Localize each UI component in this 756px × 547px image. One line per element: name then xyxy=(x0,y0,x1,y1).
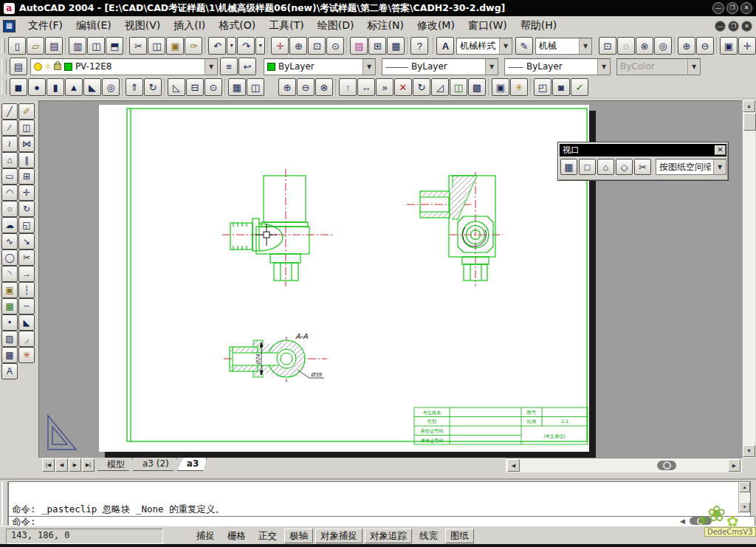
menu-item-tools[interactable]: 工具(T) xyxy=(262,18,310,34)
layer-combo[interactable]: ☼ PV-12E8 ▼ xyxy=(30,58,218,75)
coordinate-readout[interactable]: 143, 186, 0 xyxy=(6,529,163,544)
break-at-point-button[interactable]: ┆ xyxy=(18,282,35,298)
horizontal-scrollbar[interactable]: ◀ ▶ xyxy=(506,458,742,473)
ellipse-arc-button[interactable]: ◝ xyxy=(1,266,18,282)
trim-button[interactable]: ✂ xyxy=(18,250,35,266)
revcloud-button[interactable]: ☁ xyxy=(1,217,18,233)
color-faces-button[interactable]: ▩ xyxy=(468,78,486,96)
chevron-down-icon[interactable]: ▼ xyxy=(362,59,375,75)
setup-view-button[interactable]: ◫ xyxy=(247,78,264,96)
zoom-window-button[interactable]: ⊡ xyxy=(599,37,616,55)
doc-restore-button[interactable]: ❐ xyxy=(728,21,739,32)
plot-button[interactable]: ▥ xyxy=(69,37,86,55)
scroll-down-icon[interactable]: ▼ xyxy=(743,445,755,457)
tab-nav-first-button[interactable]: |◀ xyxy=(42,458,55,472)
toolbar-grip[interactable] xyxy=(1,38,5,53)
window-restore-button[interactable]: ❐ xyxy=(726,2,738,14)
pan-realtime-button[interactable]: ✛ xyxy=(271,37,289,55)
status-toggle-snap[interactable]: 捕捉 xyxy=(191,529,220,543)
extrude-button[interactable]: ⇑ xyxy=(126,78,143,96)
chevron-down-icon[interactable]: ▼ xyxy=(205,59,217,75)
layer-previous-button[interactable]: ↩ xyxy=(238,58,256,75)
command-scrollbar[interactable]: ▲ ▼ xyxy=(738,482,750,513)
scroll-up-icon[interactable]: ▲ xyxy=(743,100,755,112)
scroll-left-icon[interactable]: ◀ xyxy=(507,459,520,472)
copy-button[interactable]: ◫ xyxy=(148,37,165,55)
mtext-button[interactable]: A xyxy=(1,363,18,379)
clip-existing-viewport-button[interactable]: ✂ xyxy=(634,159,651,175)
menu-item-dimension[interactable]: 标注(N) xyxy=(361,18,410,34)
zoom-in-button[interactable]: ⊕ xyxy=(678,37,695,55)
tab-nav-next-button[interactable]: ▶ xyxy=(69,458,81,472)
menu-item-window[interactable]: 窗口(W) xyxy=(461,18,514,34)
circle-button[interactable]: ○ xyxy=(1,201,18,217)
polygon-button[interactable]: ⌂ xyxy=(1,152,18,168)
box-button[interactable]: ◼ xyxy=(10,78,27,96)
undo-dropdown-button[interactable]: ▾ xyxy=(227,37,236,55)
menu-item-draw[interactable]: 绘图(D) xyxy=(311,18,361,34)
prompt-scroll-thumb[interactable] xyxy=(690,517,712,525)
zoom-all-button[interactable]: ▣ xyxy=(720,37,738,55)
chamfer-button[interactable]: ◣ xyxy=(18,314,35,331)
menu-item-insert[interactable]: 插入(I) xyxy=(167,18,212,34)
extrude-faces-button[interactable]: ↑ xyxy=(339,78,357,96)
spline-button[interactable]: ∿ xyxy=(1,233,18,250)
doc-minimize-button[interactable]: — xyxy=(715,21,726,32)
cut-button[interactable]: ✂ xyxy=(129,37,147,55)
erase-button[interactable]: ✐ xyxy=(18,103,35,120)
chevron-down-icon[interactable]: ▼ xyxy=(579,38,591,54)
polygonal-viewport-button[interactable]: ⌂ xyxy=(597,159,614,175)
imprint-button[interactable]: ▣ xyxy=(492,78,509,96)
cone-button[interactable]: ▲ xyxy=(65,78,83,96)
menu-item-edit[interactable]: 编辑(E) xyxy=(69,18,118,34)
make-block-button[interactable]: ▦ xyxy=(1,298,18,314)
construction-line-button[interactable]: ∕ xyxy=(1,120,18,136)
horizontal-scroll-thumb[interactable] xyxy=(657,461,676,470)
status-toggle-lineweight[interactable]: 线宽 xyxy=(414,529,443,543)
section-button[interactable]: ⊟ xyxy=(186,78,204,96)
text-style-combo[interactable]: 机械样式 ▼ xyxy=(456,38,512,55)
revolve-button[interactable]: ↻ xyxy=(144,78,162,96)
status-toggle-grid[interactable]: 栅格 xyxy=(222,529,251,543)
layout-tab-a3-2[interactable]: a3 (2) xyxy=(133,458,177,471)
tab-nav-last-button[interactable]: ▶| xyxy=(82,458,94,472)
chevron-down-icon[interactable]: ▼ xyxy=(713,159,726,174)
taper-faces-button[interactable]: ◿ xyxy=(431,78,449,96)
intersect-button[interactable]: ⊗ xyxy=(315,78,333,96)
polyline-button[interactable]: ≀ xyxy=(1,136,18,152)
make-object-layer-current-button[interactable]: ≡ xyxy=(220,58,238,75)
close-icon[interactable]: ✕ xyxy=(715,145,726,155)
slice-button[interactable]: ◺ xyxy=(168,78,185,96)
help-button[interactable]: ? xyxy=(410,37,428,55)
zoom-scale-button[interactable]: ⊗ xyxy=(636,37,653,55)
rotate-button[interactable]: ↻ xyxy=(18,201,35,217)
vertical-scroll-thumb[interactable] xyxy=(743,113,756,131)
zoom-dynamic-button[interactable]: ◌ xyxy=(617,37,635,55)
convert-object-to-viewport-button[interactable]: ◇ xyxy=(616,159,633,175)
union-button[interactable]: ⊕ xyxy=(278,78,296,96)
clean-button[interactable]: ✳ xyxy=(510,78,528,96)
new-button[interactable]: ▯ xyxy=(8,37,26,55)
plot-preview-button[interactable]: ◫ xyxy=(87,37,105,55)
window-close-button[interactable]: ✕ xyxy=(740,2,752,14)
tool-palettes-button[interactable]: ▦ xyxy=(387,37,405,55)
status-toggle-ortho[interactable]: 正交 xyxy=(253,529,282,543)
toolbar-grip[interactable] xyxy=(1,80,7,94)
tab-nav-prev-button[interactable]: ◀ xyxy=(55,458,68,472)
display-viewports-dialog-button[interactable]: ▦ xyxy=(560,159,577,175)
check-button[interactable]: ✓ xyxy=(571,78,588,96)
offset-faces-button[interactable]: » xyxy=(376,78,394,96)
command-history[interactable]: 命令: _pasteclip 忽略块 _None 的重复定义。 正在用 [sim… xyxy=(8,481,751,517)
mirror-button[interactable]: ⋈ xyxy=(18,136,35,152)
match-properties-button[interactable]: ✑ xyxy=(185,37,202,55)
move-button[interactable]: ✛ xyxy=(18,185,35,201)
status-toggle-osnap[interactable]: 对象捕捉 xyxy=(315,529,362,543)
zoom-realtime-button[interactable]: ⊕ xyxy=(289,37,307,55)
subtract-button[interactable]: ⊖ xyxy=(297,78,315,96)
region-button[interactable]: ▩ xyxy=(1,347,18,363)
offset-button[interactable]: ∥ xyxy=(18,152,35,168)
dim-style-combo[interactable]: 机械 ▼ xyxy=(535,38,592,55)
design-center-button[interactable]: ⊞ xyxy=(368,37,386,55)
scroll-down-icon[interactable]: ▼ xyxy=(739,502,750,512)
sphere-button[interactable]: ● xyxy=(28,78,46,96)
